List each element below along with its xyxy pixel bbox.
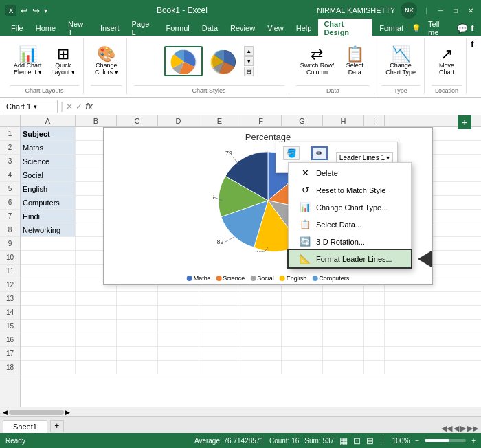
- scroll-up[interactable]: ▲: [244, 46, 254, 56]
- cell-f18[interactable]: [240, 361, 282, 374]
- menu-format[interactable]: Format: [374, 23, 409, 34]
- expand-icon[interactable]: ⬆: [469, 24, 476, 33]
- tab-scroll-prev[interactable]: ◀: [454, 424, 459, 433]
- cell-a3[interactable]: Science: [21, 155, 76, 168]
- col-header-e[interactable]: E: [199, 115, 240, 126]
- cell-c18[interactable]: [117, 361, 158, 374]
- style-scroll[interactable]: ▲ ▼ ⊞: [244, 46, 254, 76]
- cell-a4[interactable]: Social: [21, 168, 76, 181]
- minimize-button[interactable]: ─: [436, 5, 445, 15]
- redo-icon[interactable]: ↪: [32, 5, 40, 16]
- col-header-i[interactable]: I: [364, 115, 385, 126]
- cell-d15[interactable]: [158, 320, 199, 333]
- cell-a14[interactable]: [21, 306, 76, 319]
- cell-b14[interactable]: [76, 306, 117, 319]
- cell-g14[interactable]: [282, 306, 323, 319]
- menu-pagel[interactable]: Page L: [126, 19, 159, 38]
- chart-style-1[interactable]: [164, 46, 203, 76]
- ctx-change-chart-type[interactable]: 📊 Change Chart Type...: [289, 199, 411, 216]
- formula-fx-icon[interactable]: fx: [85, 102, 93, 111]
- cell-h14[interactable]: [323, 306, 364, 319]
- scroll-left-btn[interactable]: ◀: [1, 409, 9, 416]
- cell-a7[interactable]: Hindi: [21, 210, 76, 223]
- menu-data[interactable]: Data: [197, 23, 223, 34]
- cell-c17[interactable]: [117, 347, 158, 360]
- ctx-reset-style[interactable]: ↺ Reset to Match Style: [289, 181, 411, 199]
- ctx-select-data[interactable]: 📋 Select Data...: [289, 216, 411, 233]
- cell-e17[interactable]: [199, 347, 240, 360]
- cell-b16[interactable]: [76, 333, 117, 346]
- cell-b18[interactable]: [76, 361, 117, 374]
- cell-d17[interactable]: [158, 347, 199, 360]
- ctx-format-leader-lines[interactable]: 📐 Format Leader Lines...: [289, 250, 411, 267]
- cell-f14[interactable]: [240, 306, 282, 319]
- cell-f15[interactable]: [240, 320, 282, 333]
- close-button[interactable]: ✕: [466, 5, 476, 15]
- feedback-icon[interactable]: 💬: [457, 23, 468, 34]
- cell-h13[interactable]: [323, 292, 364, 305]
- select-data-button[interactable]: 📋 SelectData: [339, 44, 370, 78]
- cell-c16[interactable]: [117, 333, 158, 346]
- cell-a13[interactable]: [21, 292, 76, 305]
- cell-a15[interactable]: [21, 320, 76, 333]
- cell-a17[interactable]: [21, 347, 76, 360]
- scroll-more[interactable]: ⊞: [244, 67, 254, 76]
- sheet-tab-sheet1[interactable]: Sheet1: [3, 420, 47, 433]
- confirm-icon[interactable]: ✓: [76, 102, 82, 111]
- undo-icon[interactable]: ↩: [21, 5, 28, 16]
- cell-a10[interactable]: [21, 251, 76, 264]
- cell-b15[interactable]: [76, 320, 117, 333]
- cell-g15[interactable]: [282, 320, 323, 333]
- menu-formul[interactable]: Formul: [161, 23, 195, 34]
- cell-h17[interactable]: [323, 347, 364, 360]
- cell-f16[interactable]: [240, 333, 282, 346]
- ribbon-collapse[interactable]: ⬆: [469, 38, 476, 94]
- zoom-in-icon[interactable]: +: [471, 437, 476, 445]
- add-chart-element-button[interactable]: 📊 Add ChartElement ▾: [10, 44, 46, 78]
- cancel-icon[interactable]: ✕: [66, 102, 73, 111]
- cell-a9[interactable]: [21, 237, 76, 250]
- cell-b13[interactable]: [76, 292, 117, 305]
- cell-d18[interactable]: [158, 361, 199, 374]
- move-chart-button[interactable]: ↗ MoveChart: [432, 44, 462, 78]
- add-sheet-button[interactable]: +: [50, 420, 64, 432]
- cell-i16[interactable]: [364, 333, 385, 346]
- maximize-button[interactable]: □: [451, 5, 460, 15]
- cell-i14[interactable]: [364, 306, 385, 319]
- view-page-icon[interactable]: ⊡: [353, 436, 361, 446]
- formula-input[interactable]: [96, 102, 478, 111]
- cell-i15[interactable]: [364, 320, 385, 333]
- cell-e14[interactable]: [199, 306, 240, 319]
- menu-chart-design[interactable]: Chart Design: [318, 19, 372, 38]
- tell-me[interactable]: Tell me: [423, 19, 456, 38]
- cell-d14[interactable]: [158, 306, 199, 319]
- cell-h18[interactable]: [323, 361, 364, 374]
- cell-e18[interactable]: [199, 361, 240, 374]
- menu-home[interactable]: Home: [30, 23, 61, 34]
- cell-a16[interactable]: [21, 333, 76, 346]
- quick-layout-button[interactable]: ⊞ QuickLayout ▾: [47, 44, 80, 78]
- cell-d16[interactable]: [158, 333, 199, 346]
- cell-a12[interactable]: [21, 278, 76, 291]
- switch-row-column-button[interactable]: ⇄ Switch Row/Column: [296, 44, 339, 78]
- cell-i13[interactable]: [364, 292, 385, 305]
- user-avatar[interactable]: NK: [401, 2, 417, 19]
- cell-i18[interactable]: [364, 361, 385, 374]
- scroll-down[interactable]: ▼: [244, 56, 254, 66]
- cell-a5[interactable]: English: [21, 182, 76, 195]
- col-header-c[interactable]: C: [117, 115, 158, 126]
- menu-file[interactable]: File: [5, 23, 29, 34]
- cell-a18[interactable]: [21, 361, 76, 374]
- cell-f17[interactable]: [240, 347, 282, 360]
- cell-d13[interactable]: [158, 292, 199, 305]
- col-header-h[interactable]: H: [323, 115, 364, 126]
- tab-scroll-left[interactable]: ◀◀: [441, 424, 452, 433]
- tab-scroll-right[interactable]: ▶▶: [467, 424, 478, 433]
- scroll-right-btn[interactable]: ▶: [64, 409, 71, 416]
- chart-style-2[interactable]: [204, 46, 243, 76]
- view-normal-icon[interactable]: ▦: [339, 436, 348, 446]
- menu-review[interactable]: Review: [225, 23, 260, 34]
- name-box[interactable]: Chart 1 ▾: [3, 100, 58, 113]
- cell-h15[interactable]: [323, 320, 364, 333]
- menu-view[interactable]: View: [262, 23, 289, 34]
